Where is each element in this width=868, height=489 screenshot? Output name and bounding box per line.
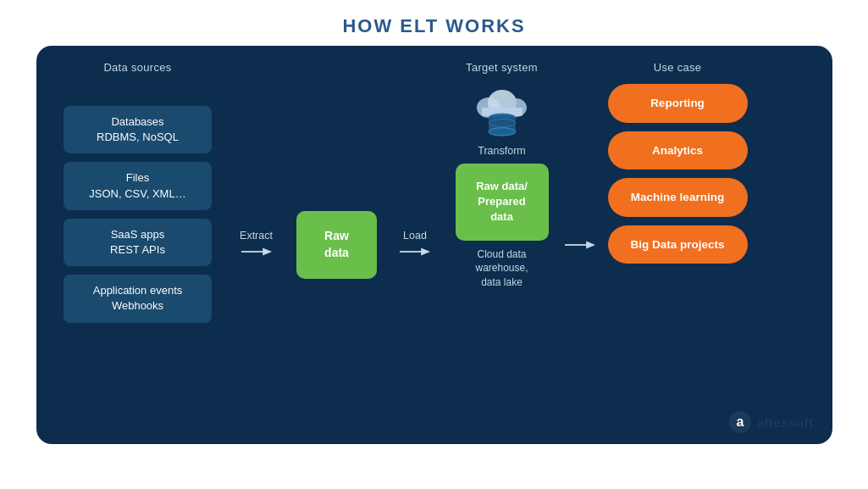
raw-data-box: Rawdata	[296, 211, 377, 279]
raw-data-col: Rawdata	[290, 61, 384, 429]
brand-icon: a	[728, 410, 752, 434]
load-col: Load	[384, 61, 447, 429]
source-events: Application events Webhooks	[64, 275, 212, 322]
svg-point-10	[489, 128, 516, 136]
target-column: Target system Transform	[447, 61, 557, 429]
brand-name: altexsoft	[757, 415, 813, 430]
usecase-reporting: Reporting	[608, 84, 748, 123]
transform-label: Transform	[478, 145, 526, 157]
extract-arrow	[223, 243, 290, 260]
prepared-data-box: Raw data/Prepareddata	[456, 164, 549, 241]
svg-marker-13	[586, 242, 595, 249]
svg-text:a: a	[737, 414, 744, 429]
cloud-warehouse-label: Cloud datawarehouse,data lake	[475, 247, 528, 290]
usecase-analytics: Analytics	[608, 131, 748, 170]
cloud-icon-area	[475, 86, 529, 136]
load-arrow	[384, 243, 447, 260]
database-icon	[486, 113, 518, 136]
source-databases: Databases RDBMS, NoSQL	[64, 106, 212, 153]
target-label: Target system	[466, 61, 538, 74]
source-files: Files JSON, CSV, XML…	[64, 162, 212, 209]
page-title: HOW ELT WORKS	[342, 15, 525, 37]
load-label: Load	[403, 230, 427, 242]
brand-area: a altexsoft	[728, 410, 813, 434]
sources-column: Data sources Databases RDBMS, NoSQL File…	[53, 61, 223, 429]
extract-label: Extract	[240, 230, 273, 242]
usecase-arrow-col	[557, 61, 604, 429]
svg-marker-1	[263, 248, 272, 256]
usecase-ml: Machine learning	[608, 178, 748, 217]
usecase-arrow	[557, 236, 604, 253]
diagram-container: Data sources Databases RDBMS, NoSQL File…	[36, 46, 832, 444]
sources-label: Data sources	[103, 61, 171, 74]
usecase-column: Use case Reporting Analytics Machine lea…	[604, 61, 752, 429]
usecase-bigdata: Big Data projects	[608, 225, 748, 264]
source-saas: SaaS apps REST APIs	[64, 219, 212, 266]
usecase-label: Use case	[654, 61, 702, 74]
svg-marker-3	[421, 248, 430, 256]
extract-col: Extract	[223, 61, 290, 429]
